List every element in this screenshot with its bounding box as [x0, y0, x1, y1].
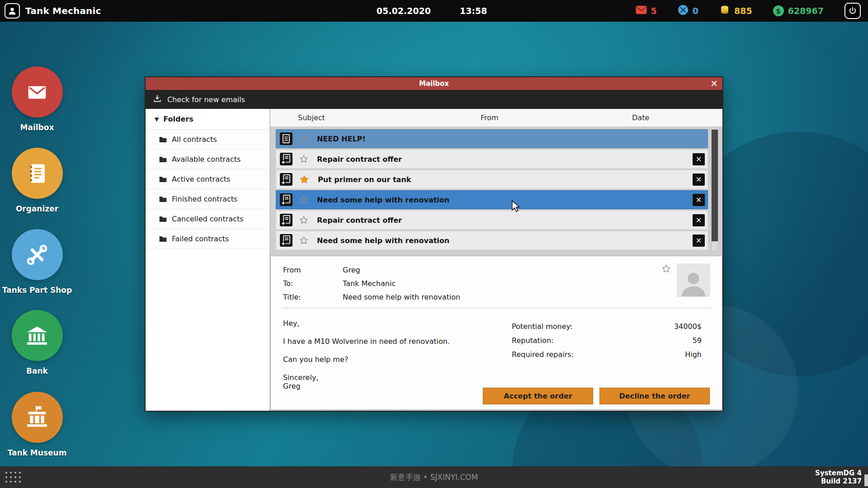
- folder-item-active-contracts[interactable]: Active contracts: [146, 169, 269, 189]
- mail-toolbar: Check for new emails: [146, 90, 722, 109]
- corner-scrollbar-nub: [864, 474, 868, 486]
- delete-email-button[interactable]: ✕: [693, 235, 705, 247]
- folder-item-all-contracts[interactable]: All contracts: [146, 130, 269, 150]
- email-subject: Need some help with renovation: [317, 236, 449, 245]
- download-icon: [153, 94, 162, 105]
- star-outline-icon[interactable]: [299, 154, 309, 164]
- folder-item-available-contracts[interactable]: Available contracts: [146, 150, 269, 169]
- system-info: SystemDG 4 Build 2137: [815, 469, 868, 485]
- bank-icon: [12, 310, 63, 361]
- email-rows: NEED HELP!Repair contract offer✕Put prim…: [270, 127, 722, 251]
- contract-stats: Potential money:34000$Reputation:59Requi…: [512, 319, 702, 361]
- stat-value: 59: [693, 333, 702, 347]
- repairs-counter: 0: [678, 5, 698, 17]
- folder-label: Finished contracts: [172, 195, 237, 203]
- coins-counter: 885: [719, 5, 752, 17]
- window-title: Mailbox: [419, 80, 449, 88]
- delete-email-button[interactable]: ✕: [693, 153, 705, 165]
- desktop-icon-mailbox[interactable]: Mailbox: [0, 66, 74, 132]
- column-from: From: [481, 113, 499, 122]
- folder-icon: [159, 176, 167, 183]
- email-subject: NEED HELP!: [317, 135, 366, 143]
- scrollbar[interactable]: [711, 129, 718, 251]
- organizer-icon: [12, 148, 63, 199]
- title-value: Need some help with renovation: [343, 291, 460, 304]
- delete-email-button[interactable]: ✕: [693, 194, 705, 206]
- mailbox-window: Mailbox ✕ Check for new emails ▼ Folders…: [146, 77, 722, 411]
- folder-item-finished-contracts[interactable]: Finished contracts: [146, 189, 269, 209]
- email-row[interactable]: Repair contract offer✕: [276, 150, 708, 169]
- star-filled-icon[interactable]: [299, 174, 310, 185]
- close-icon[interactable]: ✕: [710, 77, 718, 90]
- window-titlebar[interactable]: Mailbox ✕: [146, 77, 722, 90]
- accept-order-button[interactable]: Accept the order: [483, 388, 593, 404]
- star-icon[interactable]: [661, 263, 671, 276]
- stat-label: Required repairs:: [512, 347, 574, 361]
- desktop-icon-organizer[interactable]: Organizer: [0, 148, 74, 213]
- power-button[interactable]: [844, 3, 861, 19]
- folder-item-failed-contracts[interactable]: Failed contracts: [146, 229, 269, 249]
- column-date: Date: [632, 113, 649, 122]
- sender-avatar: [677, 263, 710, 297]
- chevron-down-icon: ▼: [155, 116, 159, 122]
- money-counter: $ 628967: [773, 5, 824, 16]
- app-title: Tank Mechanic: [25, 5, 101, 16]
- email-subject: Repair contract offer: [317, 216, 402, 225]
- folders-panel: ▼ Folders All contractsAvailable contrac…: [146, 109, 270, 411]
- time-display: 13:58: [460, 6, 487, 16]
- desktop-icon-label: Bank: [0, 366, 74, 375]
- email-subject: Put primer on our tank: [318, 175, 411, 184]
- folder-item-cancelled-contracts[interactable]: Cancelled contracts: [146, 209, 269, 229]
- scrollbar-thumb[interactable]: [712, 130, 718, 241]
- email-list-header: Subject From Date: [270, 109, 722, 127]
- email-row[interactable]: Need some help with renovation✕: [276, 231, 708, 250]
- desktop-icon-tanks-part-shop[interactable]: Tanks Part Shop: [0, 229, 74, 295]
- document-plus-icon: [280, 173, 292, 186]
- star-outline-icon[interactable]: [299, 215, 309, 225]
- to-value: Tank Mechanic: [343, 277, 396, 291]
- desktop-icon-label: Tank Museum: [0, 448, 74, 457]
- stat-row: Reputation:59: [512, 333, 702, 347]
- folder-label: Cancelled contracts: [172, 215, 244, 223]
- folders-header[interactable]: ▼ Folders: [146, 109, 269, 130]
- desktop-icon-label: Tanks Part Shop: [0, 286, 74, 295]
- delete-email-button[interactable]: ✕: [693, 214, 705, 226]
- stat-value: 34000$: [674, 319, 702, 333]
- decline-order-button[interactable]: Decline the order: [599, 388, 710, 404]
- shop-icon: [12, 229, 63, 280]
- profile-icon[interactable]: [5, 3, 20, 19]
- desktop-icon-bank[interactable]: Bank: [0, 310, 74, 375]
- star-outline-icon[interactable]: [299, 134, 309, 144]
- title-label: Title:: [283, 291, 343, 304]
- museum-icon: [12, 392, 63, 443]
- folder-icon: [159, 216, 167, 222]
- stat-row: Potential money:34000$: [512, 319, 702, 333]
- mail-badge-icon: [636, 5, 647, 16]
- date-display: 05.02.2020: [377, 6, 431, 16]
- desktop-icon-tank-museum[interactable]: Tank Museum: [0, 392, 74, 457]
- email-row[interactable]: NEED HELP!: [276, 129, 708, 148]
- folder-icon: [159, 196, 167, 202]
- star-outline-icon[interactable]: [299, 235, 309, 245]
- taskbar: 新意手游 • SJXINYI.COM SystemDG 4 Build 2137: [0, 466, 868, 488]
- folder-icon: [159, 156, 167, 163]
- check-new-emails-button[interactable]: Check for new emails: [167, 95, 245, 104]
- email-row[interactable]: Repair contract offer✕: [276, 211, 708, 230]
- delete-email-button[interactable]: ✕: [693, 174, 705, 186]
- folder-list: All contractsAvailable contractsActive c…: [146, 130, 269, 249]
- from-value: Greg: [343, 263, 360, 277]
- to-label: To:: [283, 277, 343, 291]
- folder-icon: [159, 235, 167, 242]
- folder-label: Active contracts: [172, 175, 230, 183]
- mail-area: Subject From Date NEED HELP!Repair contr…: [270, 109, 722, 411]
- document-plus-icon: [280, 214, 292, 226]
- email-row[interactable]: Put primer on our tank✕: [276, 170, 708, 189]
- top-bar: Tank Mechanic 05.02.2020 13:58 5 0 885 $…: [0, 0, 868, 22]
- document-icon: [280, 132, 292, 145]
- app-grid-icon[interactable]: [5, 472, 21, 483]
- star-outline-icon[interactable]: [299, 195, 309, 205]
- coins-badge-icon: [719, 5, 730, 17]
- email-body: Hey,I have a M10 Wolverine in need of re…: [271, 308, 524, 390]
- email-row[interactable]: Need some help with renovation✕: [276, 190, 708, 209]
- email-detail-panel: FromGreg To:Tank Mechanic Title:Need som…: [270, 256, 722, 410]
